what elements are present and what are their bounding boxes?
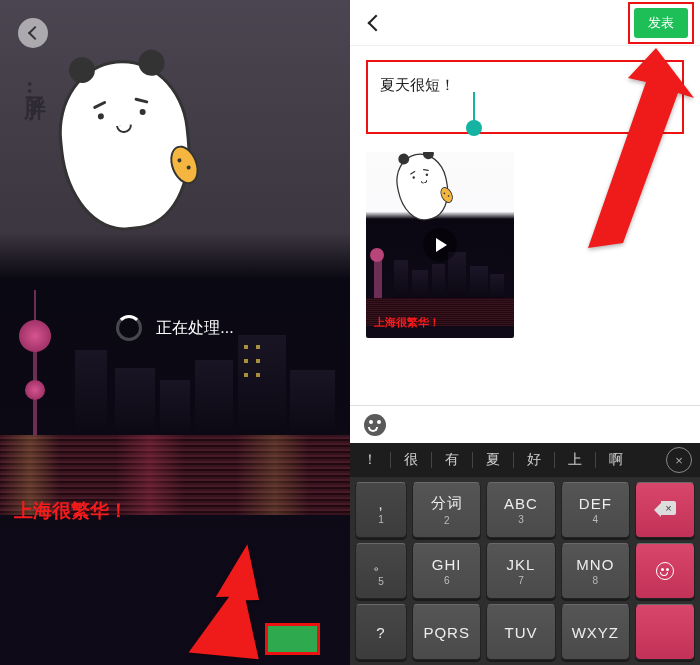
spinner-icon: [116, 315, 142, 341]
key-question[interactable]: ?: [355, 604, 407, 660]
key-backspace[interactable]: [635, 482, 695, 538]
suggestion[interactable]: 有: [432, 451, 472, 469]
suggestion[interactable]: 很: [391, 451, 431, 469]
suggestion[interactable]: ！: [350, 451, 390, 469]
key-mno[interactable]: MNO8: [561, 543, 630, 599]
loading-text: 正在处理...: [156, 318, 233, 339]
annotation-arrow-1: [150, 542, 300, 665]
suggestion[interactable]: 上: [555, 451, 595, 469]
annotation-highlight-publish: [628, 2, 694, 44]
backspace-icon: [654, 503, 676, 517]
suggestion[interactable]: 好: [514, 451, 554, 469]
key-fenci[interactable]: 分词2: [412, 482, 481, 538]
sticker-text: 胖了…: [22, 80, 48, 102]
suggestion-row: ！ 很 有 夏 好 上 啊 ×: [350, 443, 700, 477]
sticker-panda[interactable]: [60, 60, 190, 230]
key-emoji[interactable]: [635, 543, 695, 599]
suggestion[interactable]: 夏: [473, 451, 513, 469]
key-jkl[interactable]: JKL7: [486, 543, 555, 599]
loading-indicator: 正在处理...: [0, 315, 350, 341]
key-def[interactable]: DEF4: [561, 482, 630, 538]
key-period[interactable]: 。5: [355, 543, 407, 599]
svg-marker-1: [588, 48, 694, 248]
key-ghi[interactable]: GHI6: [412, 543, 481, 599]
svg-marker-0: [189, 542, 282, 665]
key-abc[interactable]: ABC3: [486, 482, 555, 538]
video-editor-screen: 胖了… 正在处理... 上海很繁华！: [0, 0, 350, 665]
input-text-value: 夏天很短！: [380, 76, 455, 93]
video-thumbnail[interactable]: 上海很繁华！: [366, 152, 514, 338]
smiley-icon: [656, 562, 674, 580]
emoji-picker-button[interactable]: [364, 414, 386, 436]
key-comma[interactable]: ,1: [355, 482, 407, 538]
play-icon: [423, 228, 457, 262]
key-enter[interactable]: [635, 604, 695, 660]
keyboard: ！ 很 有 夏 好 上 啊 × ,1 分词2 ABC3 DEF4 。5 GHI6…: [350, 443, 700, 665]
key-wxyz[interactable]: WXYZ: [561, 604, 630, 660]
annotation-arrow-2: [568, 48, 698, 258]
key-pqrs[interactable]: PQRS: [412, 604, 481, 660]
thumbnail-caption: 上海很繁华！: [374, 315, 440, 330]
header: 发表: [350, 0, 700, 46]
suggestion[interactable]: 啊: [596, 451, 636, 469]
text-cursor-handle[interactable]: [473, 92, 475, 122]
back-button[interactable]: [18, 18, 48, 48]
key-tuv[interactable]: TUV: [486, 604, 555, 660]
close-suggestions-button[interactable]: ×: [666, 447, 692, 473]
emoji-toolbar: [350, 405, 700, 443]
video-caption: 上海很繁华！: [14, 498, 128, 524]
back-button[interactable]: [362, 11, 386, 35]
